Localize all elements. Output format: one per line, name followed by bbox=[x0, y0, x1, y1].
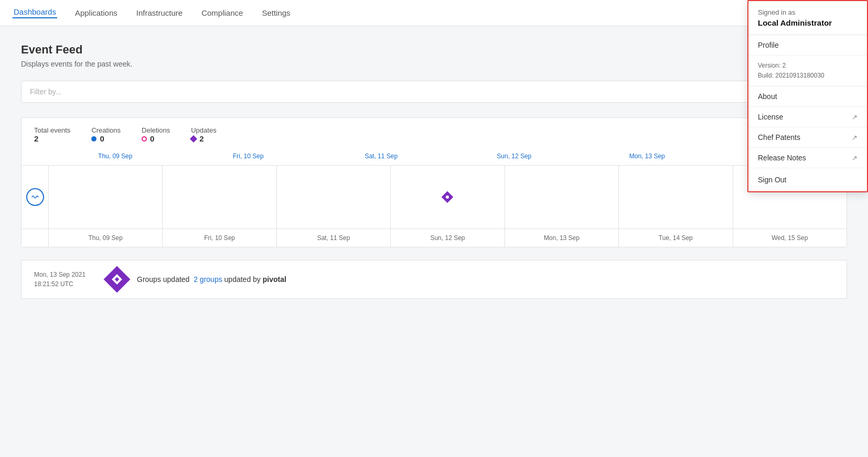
updates-dot bbox=[190, 135, 197, 142]
release-notes-menu-item[interactable]: Release Notes ↗ bbox=[748, 148, 867, 168]
signed-in-label: Signed in as bbox=[758, 8, 858, 16]
external-link-icon: ↗ bbox=[852, 134, 858, 142]
build-number: Build: 20210913180030 bbox=[758, 71, 858, 81]
nav-links: Dashboards Applications Infrastructure C… bbox=[13, 7, 787, 18]
chef-patents-menu-item[interactable]: Chef Patents ↗ bbox=[748, 127, 867, 148]
chart-grid bbox=[22, 165, 846, 229]
chart-col-fri10 bbox=[163, 166, 276, 229]
nav-dashboards[interactable]: Dashboards bbox=[13, 7, 57, 18]
date-top-fri10[interactable]: Fri, 10 Sep bbox=[182, 149, 315, 163]
date-bot-sun12: Sun, 12 Sep bbox=[391, 229, 505, 247]
nav-applications[interactable]: Applications bbox=[74, 8, 119, 17]
event-link[interactable]: 2 groups bbox=[194, 275, 222, 284]
date-top-thu09[interactable]: Thu, 09 Sep bbox=[49, 149, 182, 163]
event-description: Groups updated 2 groups updated by pivot… bbox=[137, 275, 286, 284]
dropdown-signout-section: Sign Out bbox=[748, 168, 867, 191]
nav-settings[interactable]: Settings bbox=[261, 8, 291, 17]
creations-stat: Creations 0 bbox=[91, 126, 121, 143]
user-name: Local Administrator bbox=[758, 18, 858, 27]
date-bot-thu09: Thu, 09 Sep bbox=[49, 229, 163, 247]
chart-col-mon13 bbox=[505, 166, 619, 229]
date-top-sun12[interactable]: Sun, 12 Sep bbox=[448, 149, 581, 163]
date-bot-wed15: Wed, 15 Sep bbox=[733, 229, 846, 247]
date-bot-tue14: Tue, 14 Sep bbox=[619, 229, 733, 247]
user-dropdown-menu: Signed in as Local Administrator Profile… bbox=[747, 0, 868, 192]
event-actor: pivotal bbox=[263, 275, 286, 284]
wave-icon bbox=[26, 188, 44, 206]
dropdown-user-section: Signed in as Local Administrator bbox=[748, 1, 867, 35]
version-info: Version: 2 Build: 20210913180030 bbox=[748, 56, 867, 86]
update-diamond-marker bbox=[442, 191, 454, 203]
page-title: Event Feed bbox=[21, 43, 847, 57]
external-link-icon: ↗ bbox=[852, 154, 858, 162]
chart-left bbox=[22, 166, 49, 229]
event-icon bbox=[108, 270, 126, 289]
event-suffix: updated by bbox=[224, 275, 263, 284]
page-subtitle: Displays events for the past week. bbox=[21, 60, 847, 68]
nav-infrastructure[interactable]: Infrastructure bbox=[135, 8, 184, 17]
chart-col-tue14 bbox=[619, 166, 733, 229]
nav-compliance[interactable]: Compliance bbox=[200, 8, 244, 17]
date-top-sat11[interactable]: Sat, 11 Sep bbox=[315, 149, 448, 163]
main-content: Event Feed Displays events for the past … bbox=[0, 26, 868, 315]
date-bot-sat11: Sat, 11 Sep bbox=[277, 229, 391, 247]
chart-cols bbox=[49, 166, 846, 229]
updates-stat: Updates 2 bbox=[191, 126, 216, 143]
event-item: Mon, 13 Sep 2021 18:21:52 UTC Groups upd… bbox=[21, 260, 847, 299]
license-menu-item[interactable]: License ↗ bbox=[748, 107, 867, 127]
stats-row: Total events 2 Creations 0 Deletions 0 bbox=[30, 126, 838, 143]
event-list: Mon, 13 Sep 2021 18:21:52 UTC Groups upd… bbox=[21, 260, 847, 299]
date-top-mon13[interactable]: Mon, 13 Sep bbox=[581, 149, 714, 163]
deletions-dot bbox=[142, 136, 147, 142]
about-menu-item[interactable]: About bbox=[748, 86, 867, 107]
chart-col-thu09 bbox=[49, 166, 163, 229]
version-number: Version: 2 bbox=[758, 61, 858, 71]
creations-dot bbox=[91, 136, 97, 142]
sign-out-menu-item[interactable]: Sign Out bbox=[758, 176, 858, 184]
bottom-date-labels: Thu, 09 Sep Fri, 10 Sep Sat, 11 Sep Sun,… bbox=[22, 229, 846, 247]
total-events-stat: Total events 2 bbox=[34, 126, 70, 143]
external-link-icon: ↗ bbox=[852, 113, 858, 121]
event-timestamp: Mon, 13 Sep 2021 18:21:52 UTC bbox=[34, 270, 97, 289]
profile-menu-item[interactable]: Profile bbox=[748, 35, 867, 56]
date-bot-mon13: Mon, 13 Sep bbox=[505, 229, 619, 247]
event-chart-container: Total events 2 Creations 0 Deletions 0 bbox=[21, 117, 847, 247]
chart-col-sun12 bbox=[391, 166, 505, 229]
date-bot-fri10: Fri, 10 Sep bbox=[163, 229, 276, 247]
deletions-stat: Deletions 0 bbox=[142, 126, 170, 143]
chart-col-sat11 bbox=[277, 166, 391, 229]
filter-input[interactable]: Filter by... bbox=[21, 81, 847, 103]
top-nav: Dashboards Applications Infrastructure C… bbox=[0, 0, 868, 26]
event-title: Groups updated bbox=[137, 275, 189, 284]
